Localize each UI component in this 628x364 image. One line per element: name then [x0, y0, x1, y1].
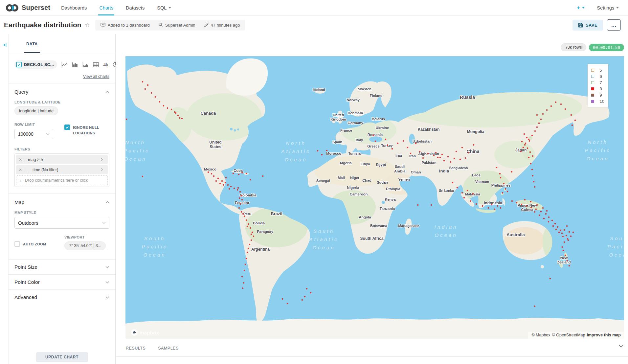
deckgl-map[interactable]: NorthPacificOceanNorthAtlanticOceanSouth…: [125, 56, 624, 339]
svg-text:Papua New: Papua New: [518, 203, 537, 207]
tab-samples[interactable]: SAMPLES: [158, 346, 179, 351]
superset-logo[interactable]: Superset: [0, 4, 55, 12]
legend-entry[interactable]: 5: [591, 67, 604, 73]
chart-header: Earthquake distribution ☆ Added to 1 das…: [0, 16, 628, 34]
map-style-select[interactable]: Outdoors: [14, 217, 109, 229]
tab-data[interactable]: DATA: [24, 42, 40, 53]
mapbox-attribution-link[interactable]: © Mapbox: [531, 333, 550, 337]
svg-text:Ocean: Ocean: [435, 232, 457, 238]
section-point-color[interactable]: Point Color: [9, 275, 115, 290]
legend-entry[interactable]: 8: [591, 86, 604, 92]
new-item-button[interactable]: +: [577, 5, 585, 11]
auto-zoom-control[interactable]: AUTO ZOOM: [14, 241, 64, 247]
map-style-label: MAP STYLE: [14, 211, 109, 215]
osm-attribution-link[interactable]: © OpenStreetMap: [552, 333, 585, 337]
panel-tabs: DATA: [9, 34, 115, 53]
svg-text:Bangladesh: Bangladesh: [449, 166, 468, 170]
svg-text:Ethiopia: Ethiopia: [386, 187, 400, 191]
viewport-value[interactable]: 7° 35' 54.02" | 3...: [64, 241, 106, 250]
viz-checkbox[interactable]: [16, 62, 22, 67]
update-chart-button[interactable]: UPDATE CHART: [36, 352, 88, 362]
section-point-size[interactable]: Point Size: [9, 260, 115, 275]
svg-text:Russia: Russia: [460, 95, 475, 100]
query-section-header[interactable]: Query: [14, 83, 109, 95]
ignore-null-control[interactable]: IGNORE NULL LOCATIONS: [64, 125, 109, 136]
legend-entry[interactable]: 7: [591, 80, 604, 86]
collapse-results-icon[interactable]: [619, 345, 623, 348]
svg-text:Norway: Norway: [347, 98, 360, 102]
svg-text:Bolivia: Bolivia: [253, 221, 265, 225]
nav-dashboards[interactable]: Dashboards: [55, 0, 93, 15]
legend-entry[interactable]: 6: [591, 73, 604, 80]
row-limit-label: ROW LIMIT: [14, 123, 64, 126]
remove-filter-icon[interactable]: ✕: [16, 168, 25, 172]
mapbox-logo[interactable]: mapbox: [131, 329, 159, 336]
bar-chart-icon[interactable]: [72, 62, 78, 67]
ignore-null-checkbox[interactable]: [64, 125, 70, 130]
remove-filter-icon[interactable]: ✕: [16, 157, 25, 162]
svg-text:North: North: [588, 139, 608, 145]
filter-chip-mag[interactable]: ✕ mag > 5: [16, 155, 108, 164]
query-timer-badge: 00:00:01.50: [589, 44, 624, 51]
section-advanced[interactable]: Advanced: [9, 290, 115, 305]
tab-results[interactable]: RESULTS: [126, 346, 146, 351]
chart-canvas: 73k rows 00:00:01.50: [116, 34, 628, 364]
legend-value: 8: [600, 86, 602, 91]
filter-dropzone[interactable]: + Drop columns/metrics here or click: [16, 175, 108, 185]
improve-map-link[interactable]: Improve this map: [587, 333, 621, 337]
table-icon[interactable]: [93, 62, 99, 67]
chart-owner[interactable]: Superset Admin: [158, 23, 195, 28]
collapse-panel-icon[interactable]: [2, 43, 7, 47]
nav-sql[interactable]: SQL: [151, 0, 177, 15]
chevron-down-icon: [616, 7, 619, 9]
svg-text:Zealand: Zealand: [557, 260, 571, 264]
svg-text:Kingdom: Kingdom: [330, 117, 346, 121]
nav-charts[interactable]: Charts: [93, 0, 120, 15]
more-options-button[interactable]: ...: [607, 19, 621, 31]
svg-text:United: United: [209, 140, 221, 145]
map-section-header[interactable]: Map: [14, 194, 109, 205]
svg-text:Mongolia: Mongolia: [467, 129, 484, 134]
svg-text:Spain: Spain: [332, 140, 342, 144]
last-modified[interactable]: 47 minutes ago: [204, 23, 240, 28]
save-button[interactable]: SAVE: [572, 20, 603, 31]
svg-text:Germany: Germany: [348, 121, 364, 125]
svg-text:Sudan: Sudan: [377, 180, 388, 184]
svg-text:Ocean: Ocean: [125, 156, 147, 162]
settings-menu[interactable]: Settings: [597, 5, 619, 11]
area-chart-icon[interactable]: [82, 62, 89, 67]
legend-swatch: [591, 75, 594, 78]
filter-chip-time[interactable]: ✕ __time (No filter): [16, 165, 108, 174]
svg-text:South: South: [144, 236, 165, 241]
viewport-label: VIEWPORT: [64, 235, 106, 239]
legend-entry[interactable]: 10: [591, 98, 604, 104]
data-panel: DATA DECK.GL SC... 4k View all charts Qu…: [9, 34, 116, 364]
svg-text:Chad: Chad: [362, 178, 371, 182]
svg-text:Peru: Peru: [243, 212, 251, 216]
nav-datasets[interactable]: Datasets: [120, 0, 151, 15]
chevron-right-icon: [101, 157, 108, 163]
favorite-star-icon[interactable]: ☆: [85, 21, 90, 29]
legend-entry[interactable]: 9: [591, 92, 604, 98]
svg-text:France: France: [340, 128, 352, 132]
chevron-down-icon: [102, 222, 106, 224]
svg-text:Pacific: Pacific: [125, 148, 150, 153]
lon-lat-label: LONGITUDE & LATITUDE: [14, 100, 109, 104]
row-limit-select[interactable]: 100000: [14, 129, 53, 139]
dashboard-count[interactable]: Added to 1 dashboard: [101, 23, 150, 28]
line-chart-icon[interactable]: [61, 62, 68, 67]
big-number-icon[interactable]: 4k: [103, 62, 108, 67]
svg-text:Denmark: Denmark: [348, 111, 363, 115]
page-title: Earthquake distribution: [4, 21, 81, 29]
viz-type-selected[interactable]: DECK.GL SC...: [14, 60, 57, 69]
left-rail: [0, 34, 9, 364]
svg-text:Ocean: Ocean: [312, 245, 335, 250]
svg-text:Sweden: Sweden: [358, 87, 371, 91]
auto-zoom-checkbox[interactable]: [14, 241, 20, 247]
svg-text:New: New: [560, 256, 568, 260]
svg-text:Mali: Mali: [338, 176, 345, 180]
svg-text:South: South: [610, 236, 624, 241]
lon-lat-value[interactable]: longitude | latitude: [14, 106, 58, 115]
user-icon: [158, 23, 163, 27]
view-all-charts-link[interactable]: View all charts: [83, 74, 109, 79]
